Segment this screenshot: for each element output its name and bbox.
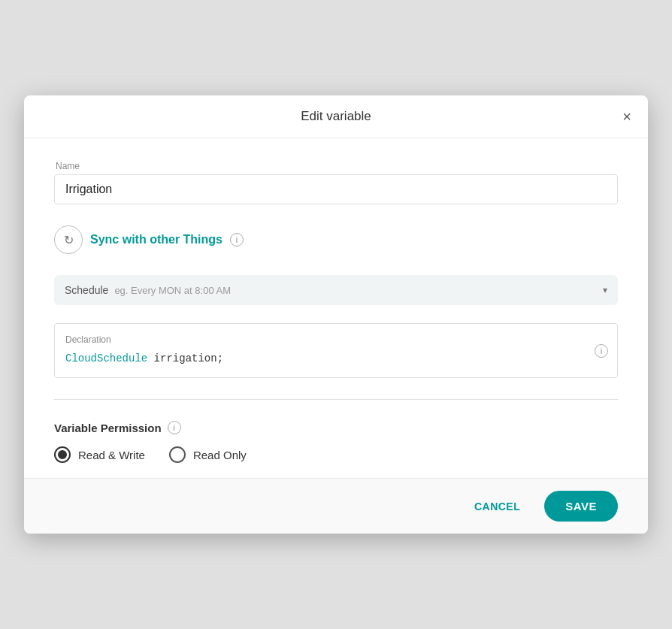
sync-label: Sync with other Things bbox=[90, 233, 222, 246]
edit-variable-modal: Edit variable × Name ↻ Sync with other T… bbox=[24, 95, 648, 534]
name-input[interactable] bbox=[54, 174, 618, 204]
radio-read-write-outer bbox=[54, 446, 71, 463]
declaration-info-area: i bbox=[595, 344, 608, 358]
radio-group: Read & Write Read Only bbox=[54, 446, 618, 463]
schedule-placeholder: eg. Every MON at 8:00 AM bbox=[114, 285, 597, 296]
declaration-code: CloudSchedule irrigation; bbox=[65, 351, 607, 367]
close-button[interactable]: × bbox=[619, 106, 634, 127]
declaration-info-icon[interactable]: i bbox=[595, 344, 608, 358]
code-keyword: CloudSchedule bbox=[65, 352, 147, 364]
section-divider bbox=[54, 399, 618, 400]
sync-row: ↻ Sync with other Things i bbox=[54, 222, 618, 257]
radio-read-only-label: Read Only bbox=[193, 449, 247, 461]
schedule-dropdown[interactable]: Schedule eg. Every MON at 8:00 AM ▾ bbox=[54, 275, 618, 305]
modal-title: Edit variable bbox=[301, 109, 371, 124]
radio-read-only[interactable]: Read Only bbox=[169, 446, 247, 463]
name-label: Name bbox=[54, 161, 618, 171]
name-field-group: Name bbox=[54, 161, 618, 204]
permission-section: Variable Permission i Read & Write bbox=[54, 421, 618, 463]
modal-body: Name ↻ Sync with other Things i Schedule… bbox=[24, 138, 648, 478]
sync-info-icon[interactable]: i bbox=[230, 233, 244, 246]
modal-header: Edit variable × bbox=[24, 95, 648, 138]
cancel-button[interactable]: CANCEL bbox=[462, 493, 532, 520]
declaration-box: Declaration CloudSchedule irrigation; i bbox=[54, 323, 618, 378]
modal-footer: CANCEL SAVE bbox=[24, 478, 648, 534]
permission-info-icon[interactable]: i bbox=[168, 421, 181, 434]
schedule-label: Schedule bbox=[65, 284, 108, 296]
sync-icon: ↻ bbox=[54, 225, 83, 254]
permission-title: Variable Permission bbox=[54, 422, 162, 434]
save-button[interactable]: SAVE bbox=[544, 491, 618, 522]
declaration-label: Declaration bbox=[65, 334, 607, 345]
permission-title-row: Variable Permission i bbox=[54, 421, 618, 434]
radio-read-only-outer bbox=[169, 446, 186, 463]
radio-read-write-label: Read & Write bbox=[78, 449, 145, 461]
modal-wrapper: Edit variable × Name ↻ Sync with other T… bbox=[0, 0, 672, 629]
radio-read-write[interactable]: Read & Write bbox=[54, 446, 145, 463]
code-rest: irrigation; bbox=[147, 352, 223, 364]
chevron-down-icon: ▾ bbox=[603, 285, 607, 295]
radio-read-write-inner bbox=[58, 450, 67, 459]
